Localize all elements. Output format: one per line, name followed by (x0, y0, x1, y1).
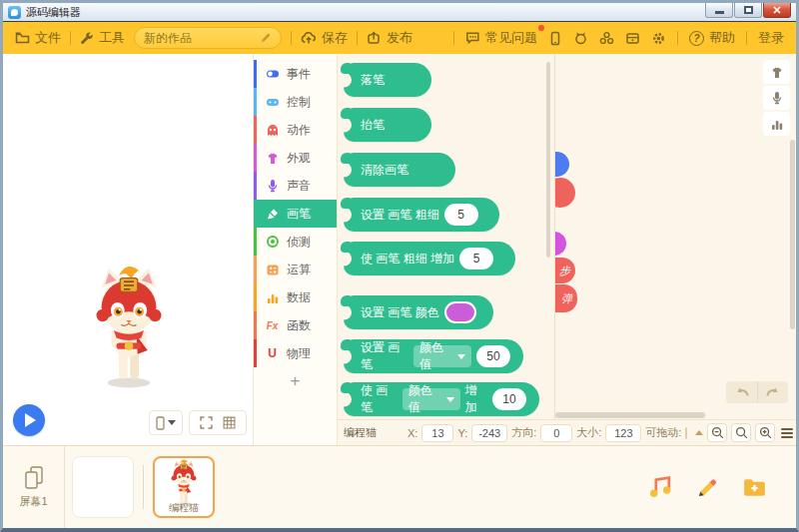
block-set-pen-size[interactable]: 设置 画笔 粗细 5 (344, 198, 499, 232)
partial-block-magenta[interactable] (555, 232, 566, 256)
community-button[interactable] (599, 31, 614, 45)
zoom-out-icon (711, 426, 724, 439)
kit-button[interactable] (625, 31, 640, 45)
x-input[interactable] (421, 424, 453, 442)
save-button[interactable]: 保存 (301, 29, 348, 47)
category-operators[interactable]: 运算 (254, 256, 337, 283)
workspace-vertical-scrollbar[interactable] (790, 140, 795, 329)
category-data[interactable]: 数据 (254, 283, 337, 311)
publish-button[interactable]: 发布 (367, 29, 412, 47)
project-name-input[interactable] (144, 31, 254, 45)
block-pen-up[interactable]: 抬笔 (344, 108, 431, 142)
partial-block-blue[interactable] (555, 152, 569, 177)
toolbar-divider (746, 31, 747, 45)
draw-sprite-button[interactable] (694, 474, 721, 501)
draggable-checkbox[interactable] (685, 427, 687, 439)
sprite-card-selected[interactable]: 编程猫 (153, 456, 215, 518)
maximize-button[interactable] (734, 3, 762, 18)
data-tab[interactable] (763, 112, 790, 136)
login-button[interactable]: 登录 (758, 29, 784, 47)
category-functions[interactable]: Fx 函数 (254, 311, 337, 339)
category-physics[interactable]: U 物理 (254, 339, 337, 367)
block-value-input[interactable]: 5 (459, 248, 493, 269)
mascot-button[interactable] (573, 31, 588, 45)
undo-button[interactable] (726, 381, 757, 403)
asset-tabs (763, 60, 790, 136)
category-control[interactable]: 控制 (254, 88, 337, 116)
pencil-icon (694, 474, 721, 501)
file-menu-button[interactable]: 文件 (15, 29, 61, 47)
block-value-input[interactable]: 5 (444, 204, 478, 226)
category-pen-selected[interactable]: 画笔 (254, 200, 337, 228)
editor-row: 落笔 抬笔 清除画笔 设置 画笔 粗细 5 使 画笔 粗细 增加 5 (338, 54, 796, 419)
stage-sprite-cat[interactable] (89, 266, 169, 390)
mobile-preview-button[interactable] (548, 31, 562, 46)
category-motion[interactable]: 动作 (254, 116, 337, 144)
direction-input[interactable] (540, 424, 572, 442)
size-input[interactable] (605, 424, 641, 442)
block-value-input[interactable]: 10 (492, 388, 526, 410)
screen-1-item[interactable]: 屏幕1 (3, 446, 65, 528)
block-label: 增加 (465, 382, 487, 416)
category-events[interactable]: 事件 (254, 60, 337, 88)
block-set-pen-color[interactable]: 设置 画笔 颜色 (344, 295, 493, 329)
block-set-pen-colorvalue[interactable]: 设置 画笔 颜色值 50 (344, 339, 523, 373)
palette-scrollbar[interactable] (546, 62, 550, 258)
category-label: 控制 (287, 94, 311, 111)
y-input[interactable] (471, 424, 507, 442)
redo-button[interactable] (757, 381, 788, 403)
magnet-icon: U (265, 346, 280, 360)
grid-icon[interactable] (223, 416, 236, 429)
phone-icon (548, 31, 562, 46)
color-swatch[interactable] (444, 301, 476, 323)
device-preview-button[interactable] (149, 410, 183, 435)
block-change-pen-colorvalue[interactable]: 使 画笔 颜色值 增加 10 (344, 382, 539, 416)
play-button[interactable] (13, 404, 45, 436)
magnifier-icon (735, 426, 748, 439)
box-icon (625, 31, 640, 45)
block-value-input[interactable]: 50 (476, 345, 510, 367)
block-change-pen-size[interactable]: 使 画笔 粗细 增加 5 (344, 242, 515, 275)
block-pen-down[interactable]: 落笔 (344, 63, 431, 97)
zoom-in-button[interactable] (755, 423, 775, 442)
circles-group-icon (599, 31, 614, 45)
settings-button[interactable] (651, 31, 666, 46)
add-category-button[interactable]: + (254, 367, 337, 395)
background-thumbnail[interactable] (72, 456, 134, 518)
minimize-button[interactable] (705, 3, 733, 18)
costume-tab[interactable] (763, 60, 790, 84)
block-dropdown[interactable]: 颜色值 (413, 345, 471, 367)
window-title: 源码编辑器 (26, 5, 81, 20)
panel-divider (143, 465, 144, 509)
category-sound[interactable]: 声音 (254, 172, 337, 200)
add-sound-button[interactable] (647, 474, 674, 501)
block-label: 落笔 (361, 72, 385, 89)
project-name-field[interactable] (134, 27, 282, 49)
category-sensing[interactable]: 侦测 (254, 228, 337, 256)
add-sprite-button[interactable] (741, 474, 768, 501)
block-label: 抬笔 (361, 117, 385, 134)
block-clear-pen[interactable]: 清除画笔 (344, 153, 455, 187)
faq-button[interactable]: 常见问题 (465, 29, 537, 47)
collapse-caret-button[interactable] (695, 430, 703, 435)
category-looks[interactable]: 外观 (254, 144, 337, 172)
partial-block-move-steps[interactable]: 步 (555, 258, 575, 283)
block-dropdown[interactable]: 颜色值 (402, 388, 460, 410)
zoom-reset-button[interactable] (731, 423, 751, 442)
sprite-status-bar: X: Y: 方向: 大小: 可拖动: (338, 419, 796, 445)
tools-menu-button[interactable]: 工具 (80, 29, 125, 47)
sprite-thumbnail-cat (168, 459, 200, 507)
publish-icon (367, 31, 382, 45)
cat-face-icon (573, 31, 588, 45)
partial-block-bounce[interactable]: 弹 (555, 284, 577, 312)
sprite-name-input[interactable] (344, 427, 396, 439)
zoom-out-button[interactable] (707, 423, 727, 442)
dropdown-value: 颜色值 (408, 382, 441, 416)
sound-tab[interactable] (763, 86, 790, 110)
workspace-horizontal-scrollbar[interactable] (555, 412, 705, 418)
close-button[interactable] (763, 3, 791, 18)
partial-block-red[interactable] (555, 178, 575, 208)
fullscreen-icon[interactable] (200, 416, 213, 429)
help-button[interactable]: ? 帮助 (689, 29, 735, 47)
workspace-menu-button[interactable] (781, 428, 793, 438)
